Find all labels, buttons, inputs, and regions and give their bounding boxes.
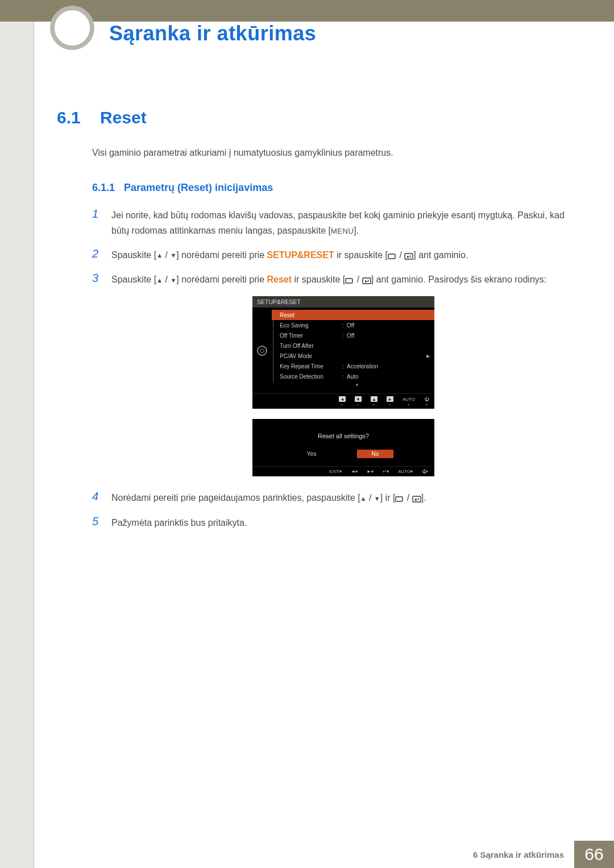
enter-icon [362, 277, 371, 284]
step-text: ] ant gaminio. [413, 250, 468, 260]
power-icon: ⏻ [424, 397, 429, 402]
left-sidebar [0, 0, 34, 868]
step-text: ]. [421, 493, 426, 502]
osd-item-value: Off [347, 333, 430, 339]
osd-dialog-body: Reset all settings? Yes No [252, 419, 434, 466]
osd-auto-button[interactable]: AUTO▾ [403, 397, 415, 406]
down-tick-icon: ▾ [357, 402, 359, 406]
osd-item-off-timer[interactable]: Off Timer:Off [272, 330, 434, 340]
step-number: 2 [92, 247, 101, 263]
osd-item-label: PC/AV Mode [280, 353, 342, 359]
right-triangle-icon: ► [387, 396, 393, 402]
osd-footer: EXIT▾ ◄▾ ►▾ ↵▾ AUTO▾ ⏻▾ [252, 466, 434, 476]
osd-nav-up[interactable]: ▲▾ [371, 396, 377, 406]
source-icon [388, 253, 397, 260]
right-triangle-icon: ► [367, 469, 371, 474]
osd-colon: : [342, 363, 347, 369]
osd-item-key-repeat[interactable]: Key Repeat Time:Acceleration [272, 361, 434, 371]
osd-scroll-down-icon: ▼ [280, 381, 434, 388]
down-tick-icon: ▾ [339, 469, 342, 474]
osd-item-value: Off [347, 322, 430, 329]
osd-auto-label: AUTO [398, 469, 410, 474]
osd-item-label: Turn Off After [280, 343, 342, 349]
osd-exit-button[interactable]: EXIT▾ [329, 469, 342, 474]
osd-header: SETUP&RESET [252, 296, 434, 308]
osd-auto-button[interactable]: AUTO▾ [398, 469, 413, 474]
osd-category-icon [252, 308, 272, 393]
step-body: Norėdami pereiti prie pageidaujamos pari… [111, 490, 574, 505]
osd-confirm-options: Yes No [252, 450, 434, 458]
svg-rect-0 [388, 254, 395, 259]
left-triangle-icon: ◄ [339, 396, 346, 402]
enter-icon: ↵ [383, 469, 387, 474]
down-triangle-icon: ▼ [170, 275, 176, 286]
osd-colon: : [342, 333, 347, 339]
osd-body: Reset Eco Saving:Off Off Timer:Off Turn … [252, 308, 434, 393]
osd-item-turn-off-after[interactable]: Turn Off After [272, 340, 434, 351]
highlight-setup-reset: SETUP&RESET [267, 250, 334, 260]
steps-list-continued: 4 Norėdami pereiti prie pageidaujamos pa… [92, 490, 574, 530]
svg-rect-4 [396, 497, 403, 501]
step-number: 4 [92, 490, 101, 505]
osd-nav-right[interactable]: ►▾ [387, 396, 393, 406]
osd-option-no[interactable]: No [357, 450, 393, 458]
osd-colon: : [342, 322, 347, 329]
osd-item-label: Reset [280, 312, 342, 318]
down-tick-icon: ▾ [387, 469, 389, 474]
down-tick-icon: ▾ [408, 402, 409, 406]
gear-icon [257, 346, 267, 356]
up-triangle-icon: ▲ [371, 396, 377, 402]
up-triangle-icon: ▲ [156, 275, 163, 286]
osd-screenshots: SETUP&RESET Reset Eco Saving:Off Off Tim… [113, 296, 574, 476]
osd-power-button[interactable]: ⏻▾ [424, 397, 429, 406]
osd-footer: ◄▾ ▼▾ ▲▾ ►▾ AUTO▾ ⏻▾ [252, 393, 434, 409]
osd-enter-button[interactable]: ↵▾ [383, 469, 389, 474]
step-text: ir spauskite [ [292, 275, 345, 284]
page-content: 6.1 Reset Visi gaminio parametrai atkuri… [57, 108, 574, 539]
subsection-heading: 6.1.1 Parametrų (Reset) inicijavimas [92, 182, 574, 194]
step-number: 1 [92, 207, 101, 238]
section-heading: 6.1 Reset [57, 108, 574, 127]
osd-nav-down[interactable]: ▼▾ [355, 396, 362, 406]
step-text: ]. [354, 226, 359, 235]
up-triangle-icon: ▲ [360, 493, 367, 504]
osd-nav-left[interactable]: ◄▾ [351, 469, 358, 474]
subsection-number: 6.1.1 [92, 182, 115, 194]
section-intro: Visi gaminio parametrai atkuriami į numa… [92, 146, 574, 160]
step-text: Norėdami pereiti prie pageidaujamos pari… [111, 493, 360, 502]
osd-item-label: Eco Saving [280, 322, 342, 329]
osd-option-yes[interactable]: Yes [293, 450, 330, 458]
osd-item-eco-saving[interactable]: Eco Saving:Off [272, 320, 434, 330]
power-icon: ⏻ [422, 469, 426, 474]
enter-icon [404, 253, 413, 260]
osd-item-value: Acceleration [347, 363, 430, 369]
osd-item-pcav-mode[interactable]: PC/AV Mode▶ [272, 351, 434, 361]
source-icon [345, 277, 354, 284]
section-number: 6.1 [57, 108, 86, 127]
footer-page-number: 66 [574, 841, 614, 868]
up-triangle-icon: ▲ [156, 250, 163, 261]
osd-item-reset[interactable]: Reset [272, 310, 434, 320]
section-title: Reset [100, 108, 147, 127]
highlight-reset: Reset [267, 275, 292, 284]
step-text: ] norėdami pereiti prie [176, 250, 267, 260]
osd-nav-right[interactable]: ►▾ [367, 469, 374, 474]
step-body: Spauskite [▲ / ▼] norėdami pereiti prie … [111, 247, 574, 263]
osd-power-button[interactable]: ⏻▾ [422, 469, 429, 474]
osd-reset-confirm: Reset all settings? Yes No EXIT▾ ◄▾ ►▾ ↵… [252, 419, 434, 476]
footer-chapter-label: 6 Sąranka ir atkūrimas [463, 841, 574, 868]
down-tick-icon: ▾ [355, 469, 358, 474]
step-body: Spauskite [▲ / ▼] norėdami pereiti prie … [111, 272, 574, 287]
osd-item-source-detection[interactable]: Source Detection:Auto [272, 371, 434, 381]
osd-colon: : [342, 373, 347, 380]
svg-rect-2 [346, 279, 352, 283]
step-1: 1 Jei norite, kad būtų rodomas klavišų v… [92, 207, 574, 238]
left-triangle-icon: ◄ [351, 469, 355, 474]
down-tick-icon: ▾ [410, 469, 413, 474]
osd-nav-left[interactable]: ◄▾ [339, 396, 346, 406]
chapter-title: Sąranka ir atkūrimas [109, 22, 316, 45]
down-tick-icon: ▾ [371, 469, 374, 474]
down-triangle-icon: ▼ [374, 493, 380, 504]
subsection-title: Parametrų (Reset) inicijavimas [124, 182, 273, 194]
step-text: ] ir [ [380, 493, 396, 502]
